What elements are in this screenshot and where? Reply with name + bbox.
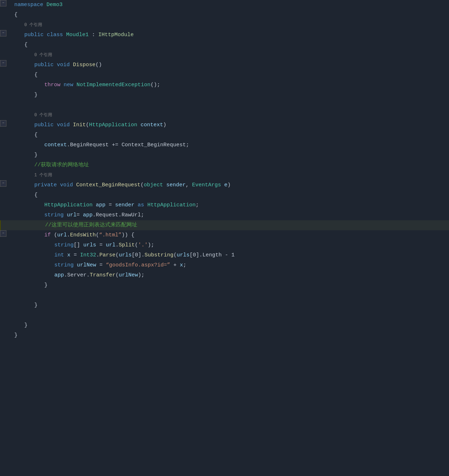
token-class-name: Moudle1	[66, 32, 89, 38]
code-line: 1 个引用	[0, 170, 449, 180]
code-line	[0, 290, 449, 300]
gutter: −	[0, 180, 13, 187]
token-param: url	[106, 242, 115, 248]
token-plain	[64, 212, 67, 218]
code-content: if (url.EndsWith(“.html”)) {	[43, 230, 449, 240]
code-content: public class Moudle1 : IHttpModule	[23, 30, 449, 40]
code-line: string[] urls = url.Split('.');	[0, 240, 449, 250]
code-line: {	[0, 190, 449, 200]
token-param: sender	[166, 182, 186, 188]
token-kw: private	[34, 182, 57, 188]
code-content: private void Context_BeginRequest(object…	[33, 180, 449, 190]
code-content: 0 个引用	[23, 20, 449, 30]
collapse-button[interactable]: −	[0, 60, 6, 67]
token-kw: void	[57, 62, 70, 68]
token-plain: );	[148, 242, 154, 248]
code-line: context.BeginRequest += Context_BeginReq…	[0, 140, 449, 150]
token-param: app	[83, 212, 93, 218]
token-plain: [0].	[132, 252, 144, 258]
collapse-button[interactable]: −	[0, 180, 6, 187]
token-plain	[74, 262, 77, 268]
token-string: “goodsInfo.aspx?id=”	[106, 262, 170, 268]
token-kw: class	[47, 32, 63, 38]
token-kw: void	[60, 182, 73, 188]
token-param: sender	[115, 202, 134, 208]
token-plain: BeginRequest += Context_BeginRequest;	[70, 142, 189, 148]
token-method: Init	[73, 122, 86, 128]
code-content: public void Dispose()	[33, 60, 449, 70]
token-param: e	[224, 182, 227, 188]
token-plain: )	[163, 122, 166, 128]
code-content	[23, 310, 449, 320]
collapse-button[interactable]: −	[0, 230, 6, 237]
code-line: string url= app.Request.RawUrl;	[0, 210, 449, 220]
token-plain: (	[51, 232, 57, 238]
token-plain	[221, 182, 224, 188]
code-content: {	[23, 40, 449, 50]
token-kw: string	[54, 242, 74, 248]
token-plain: ()	[95, 62, 102, 68]
token-plain: +	[170, 262, 180, 268]
token-plain: .	[67, 232, 70, 238]
token-plain	[63, 32, 66, 38]
token-plain: }	[44, 282, 48, 288]
token-plain: {	[34, 192, 38, 198]
code-content: 0 个引用	[33, 50, 449, 60]
token-kw-type: object	[144, 182, 163, 188]
token-param: x	[180, 262, 183, 268]
code-line: −public class Moudle1 : IHttpModule	[0, 30, 449, 40]
token-param: urlNew	[77, 262, 96, 268]
token-kw: string	[54, 262, 74, 268]
code-content: string urlNew = “goodsInfo.aspx?id=” + x…	[53, 260, 449, 270]
token-plain: =	[96, 242, 106, 248]
token-plain: (	[96, 232, 99, 238]
code-content: 0 个引用	[33, 110, 449, 120]
code-content: {	[33, 70, 449, 80]
gutter: −	[0, 0, 13, 6]
code-line: {	[0, 130, 449, 140]
token-kw-type: HttpApplication	[147, 202, 196, 208]
token-plain	[137, 122, 140, 128]
token-plain: =	[77, 212, 83, 218]
token-param: urls	[177, 252, 189, 258]
token-plain: (	[86, 122, 89, 128]
token-plain: }	[34, 152, 38, 158]
token-plain	[60, 82, 64, 88]
code-line: −public void Init(HttpApplication contex…	[0, 120, 449, 130]
token-method: Split	[119, 242, 135, 248]
token-plain	[163, 182, 166, 188]
gutter: −	[0, 60, 13, 67]
token-kw: string	[44, 212, 64, 218]
token-kw: public	[34, 122, 54, 128]
code-content: {	[33, 190, 449, 200]
token-param: context	[44, 142, 67, 148]
token-char-lit: '.'	[138, 242, 148, 248]
code-content: {	[33, 130, 449, 140]
collapse-button[interactable]: −	[0, 30, 6, 36]
token-ref-count: 0 个引用	[34, 113, 52, 118]
collapse-button[interactable]: −	[0, 120, 6, 127]
code-content: int x = Int32.Parse(urls[0].Substring(ur…	[53, 250, 449, 260]
code-line: }	[0, 150, 449, 160]
code-line: }	[0, 300, 449, 310]
code-content	[33, 100, 449, 110]
code-line: }	[0, 330, 449, 340]
token-kw: public	[34, 62, 54, 68]
token-kw: void	[57, 122, 70, 128]
code-content: }	[33, 90, 449, 100]
code-content: context.BeginRequest += Context_BeginReq…	[43, 140, 449, 150]
token-plain	[70, 62, 73, 68]
code-content: //这里可以使用正则表达式来匹配网址	[44, 220, 449, 230]
token-kw: as	[138, 202, 144, 208]
token-ref-count: 0 个引用	[24, 23, 42, 28]
token-plain: (	[173, 252, 177, 258]
token-ref-count: 1 个引用	[34, 173, 52, 178]
token-comment: //获取请求的网络地址	[34, 162, 89, 168]
collapse-button[interactable]: −	[0, 0, 6, 6]
token-plain: ,	[186, 182, 192, 188]
token-kw-control: throw	[44, 82, 60, 88]
token-plain	[144, 202, 147, 208]
code-content: 1 个引用	[33, 170, 449, 180]
code-line: {	[0, 40, 449, 50]
code-line: //这里可以使用正则表达式来匹配网址	[0, 220, 449, 230]
